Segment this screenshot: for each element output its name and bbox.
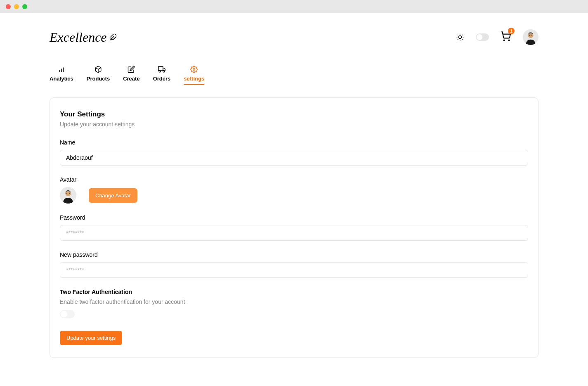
change-avatar-button[interactable]: Change Avatar [89, 188, 137, 203]
svg-line-10 [462, 35, 463, 35]
tab-settings[interactable]: settings [184, 66, 204, 85]
svg-point-2 [459, 36, 462, 39]
tab-label: Create [123, 76, 139, 82]
tab-create[interactable]: Create [123, 66, 139, 85]
tab-analytics[interactable]: Analytics [50, 66, 73, 85]
app-header: Excellence [0, 29, 588, 45]
theme-toggle[interactable] [476, 33, 489, 41]
cart-badge: 1 [508, 28, 515, 34]
twofa-description: Enable two factor authentication for you… [60, 298, 528, 305]
cart-button[interactable]: 1 [501, 31, 511, 43]
maximize-window[interactable] [22, 4, 27, 9]
tab-label: settings [184, 76, 204, 82]
twofa-title: Two Factor Authentication [60, 289, 528, 295]
svg-line-6 [462, 39, 463, 40]
avatar-preview [60, 187, 76, 204]
tab-products[interactable]: Products [87, 66, 110, 85]
settings-card: Your Settings Update your account settin… [50, 97, 538, 358]
svg-point-29 [69, 193, 70, 194]
svg-point-25 [193, 69, 195, 71]
svg-line-9 [458, 39, 458, 40]
user-avatar[interactable] [523, 29, 538, 45]
avatar-image [523, 29, 538, 45]
brand-name: Excellence [50, 30, 107, 45]
sun-icon [456, 33, 464, 41]
tab-label: Orders [153, 76, 171, 82]
feather-icon [109, 33, 117, 42]
window-titlebar [0, 0, 588, 13]
card-title: Your Settings [60, 110, 528, 118]
password-label: Password [60, 214, 528, 221]
svg-line-5 [458, 35, 458, 35]
name-group: Name [60, 139, 528, 166]
name-label: Name [60, 139, 528, 146]
tab-label: Analytics [50, 76, 73, 82]
password-input[interactable] [60, 225, 528, 241]
update-settings-button[interactable]: Update your settings [60, 331, 122, 345]
card-subtitle: Update your account settings [60, 121, 528, 128]
new-password-group: New password [60, 251, 528, 278]
name-input[interactable] [60, 150, 528, 166]
settings-icon [190, 66, 198, 73]
truck-icon [158, 66, 165, 73]
svg-point-28 [66, 193, 67, 194]
new-password-label: New password [60, 251, 528, 258]
minimize-window[interactable] [14, 4, 19, 9]
svg-point-16 [531, 35, 532, 36]
package-icon [94, 66, 102, 73]
svg-point-11 [504, 40, 505, 41]
tab-label: Products [87, 76, 110, 82]
twofa-toggle[interactable] [60, 310, 75, 318]
twofa-section: Two Factor Authentication Enable two fac… [60, 289, 528, 318]
svg-point-24 [163, 71, 165, 72]
bar-chart-icon [58, 66, 65, 73]
svg-point-12 [509, 40, 510, 41]
tab-orders[interactable]: Orders [153, 66, 171, 85]
brand-logo[interactable]: Excellence [50, 30, 117, 45]
svg-point-15 [529, 35, 530, 36]
new-password-input[interactable] [60, 262, 528, 278]
svg-marker-22 [163, 68, 165, 71]
avatar-preview-image [60, 187, 76, 204]
svg-point-23 [159, 71, 161, 72]
avatar-label: Avatar [60, 176, 528, 183]
edit-icon [128, 66, 135, 73]
nav-tabs: Analytics Products Create [0, 66, 588, 85]
avatar-group: Avatar Change Avatar [60, 176, 528, 204]
header-controls: 1 [456, 29, 538, 45]
svg-rect-21 [158, 66, 163, 71]
close-window[interactable] [6, 4, 11, 9]
password-group: Password [60, 214, 528, 241]
